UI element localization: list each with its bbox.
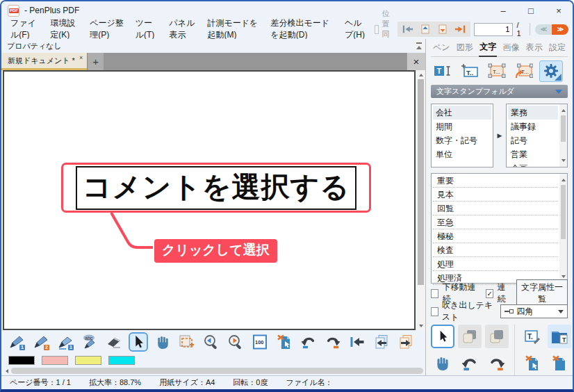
delete-annotation-button[interactable] <box>274 332 294 352</box>
bring-forward-button[interactable] <box>458 325 482 348</box>
undo-button[interactable] <box>299 332 318 352</box>
skip-forward-button[interactable]: ≫ <box>552 24 568 35</box>
color-swatch[interactable] <box>42 356 68 365</box>
list-item[interactable]: 会社 <box>433 106 491 120</box>
balloon-text-checkbox[interactable] <box>431 307 438 316</box>
list-item[interactable]: 企画 <box>508 161 558 167</box>
pen-1-button[interactable]: 1 <box>7 332 26 352</box>
hand-tool-button[interactable] <box>153 332 172 352</box>
panel-undo-button[interactable] <box>458 352 482 375</box>
area-select-button[interactable] <box>177 332 197 352</box>
document-tab[interactable]: 新規ドキュメント * × <box>1 53 87 70</box>
skip-backward-button[interactable]: ≪ <box>535 24 552 35</box>
document-canvas[interactable]: コメントを選択する クリックして選択 <box>3 70 416 330</box>
select-tool-button[interactable] <box>129 332 148 352</box>
list-item[interactable]: 重要 <box>433 174 558 188</box>
list-item[interactable]: 見本 <box>433 188 558 202</box>
page-number-input[interactable] <box>474 23 513 36</box>
right-panel-tab[interactable]: 図形 <box>456 39 474 56</box>
text-input-tool-button[interactable]: T <box>431 60 454 82</box>
right-panel-tab[interactable]: 設定 <box>548 39 566 56</box>
delete-selected-annotation-button[interactable] <box>520 352 544 375</box>
right-panel-tab[interactable]: ペン <box>432 39 451 56</box>
menu-item[interactable]: 差分検出モードを起動(D) <box>266 19 340 39</box>
zoom-in-button[interactable] <box>226 332 245 352</box>
pen-2-badge: 2 <box>44 345 49 350</box>
list-item[interactable]: 至急 <box>433 215 558 229</box>
redo-button[interactable] <box>323 332 343 352</box>
down-move-checkbox[interactable] <box>431 289 438 298</box>
stamp-settings-button[interactable] <box>539 60 563 82</box>
color-swatch[interactable] <box>108 356 135 365</box>
eraser-button[interactable] <box>104 332 124 352</box>
list-item[interactable]: 業務 <box>508 106 558 120</box>
prev-page-nav-button[interactable] <box>418 23 433 35</box>
marker-1-button[interactable]: 1 <box>56 332 75 352</box>
edit-text-attributes-button[interactable]: T. <box>520 325 544 348</box>
list-item[interactable]: 回覧 <box>433 202 558 215</box>
stamp-folder-header[interactable]: 文字スタンプフォルダ <box>431 85 568 98</box>
menu-item[interactable]: ファイル(F) <box>6 19 45 39</box>
prev-page-button[interactable] <box>372 332 391 352</box>
last-page-nav-button[interactable] <box>452 23 468 35</box>
list-item[interactable]: 処理 <box>433 257 558 271</box>
canvas-vertical-scrollbar[interactable] <box>416 70 425 330</box>
add-tab-button[interactable]: + <box>87 53 104 70</box>
list-item[interactable]: 期間 <box>433 120 491 133</box>
category-list-scrollbar[interactable] <box>559 104 567 167</box>
zoom-out-button[interactable] <box>202 332 221 352</box>
panel-redo-button[interactable] <box>485 352 509 375</box>
panel-hand-tool-button[interactable] <box>431 352 454 375</box>
first-page-button[interactable] <box>347 332 367 352</box>
text-pen-button[interactable]: abc <box>80 332 99 352</box>
delete-all-annotations-button[interactable] <box>548 352 571 375</box>
scrollbar-track[interactable] <box>416 286 425 322</box>
scroll-down-icon[interactable] <box>416 322 425 330</box>
tab-close-icon[interactable]: × <box>79 54 83 61</box>
next-page-button[interactable] <box>396 332 416 352</box>
balloon-shape-dropdown[interactable]: 四角 <box>500 304 568 318</box>
zoom-100-button[interactable]: 100 <box>250 332 270 352</box>
list-item[interactable]: 検査 <box>433 243 558 257</box>
hscrollbar-track[interactable] <box>11 368 423 374</box>
list-item[interactable]: 極秘 <box>433 229 558 243</box>
continuous-checkbox[interactable]: ✓ <box>486 289 493 298</box>
list-item[interactable]: 記号 <box>508 133 558 147</box>
stamp-list-scrollbar[interactable] <box>559 174 567 283</box>
list-item[interactable]: 議事録 <box>508 120 558 133</box>
right-panel-tab[interactable]: 文字 <box>479 38 497 57</box>
scroll-top-button[interactable] <box>414 40 424 51</box>
canvas-horizontal-scrollbar[interactable] <box>1 366 425 375</box>
stamp-folder-list[interactable]: 会社期間数字・記号単位 <box>431 104 493 168</box>
stamp-select-tool-button[interactable]: T... <box>485 60 509 82</box>
right-panel-tab[interactable]: 画像 <box>502 39 520 56</box>
right-panel-tab[interactable]: 表示 <box>525 39 543 56</box>
next-page-nav-button[interactable] <box>435 23 450 35</box>
first-page-nav-button[interactable] <box>400 23 416 35</box>
document-close-button[interactable]: × <box>407 53 425 70</box>
new-textbox-tool-button[interactable]: T.. <box>458 60 482 82</box>
comment-annotation-box[interactable]: コメントを選択する <box>61 163 371 213</box>
stamp-list[interactable]: 重要見本回覧至急極秘検査処理処理済 <box>432 174 559 283</box>
menu-item[interactable]: ページ整理(P) <box>85 19 130 39</box>
menu-item[interactable]: ヘルプ(H) <box>340 19 375 39</box>
stamp-folder-button[interactable]: T <box>548 325 571 348</box>
list-item[interactable]: 単位 <box>433 147 491 161</box>
color-swatch[interactable] <box>8 356 35 365</box>
list-item[interactable]: 営業 <box>508 147 558 161</box>
list-item[interactable]: 数字・記号 <box>433 133 491 147</box>
position-sync-checkbox[interactable] <box>375 25 379 34</box>
scrollbar-thumb[interactable] <box>418 79 424 285</box>
menu-item[interactable]: 計測モードを起動(M) <box>202 19 265 39</box>
pen-2-button[interactable]: 2 <box>31 332 51 352</box>
stamp-category-list[interactable]: 業務議事録記号営業企画 <box>507 104 559 167</box>
menu-item[interactable]: パネル表示 <box>165 19 203 39</box>
scroll-up-icon[interactable] <box>416 70 425 79</box>
panel-select-tool-button[interactable] <box>431 325 454 348</box>
menu-item[interactable]: ツール(T) <box>131 19 165 39</box>
color-swatch[interactable] <box>75 356 101 365</box>
send-backward-button[interactable] <box>485 325 509 348</box>
menu-item[interactable]: 環境設定(K) <box>45 19 85 39</box>
scroll-left-icon[interactable] <box>3 369 8 373</box>
stamp-move-tool-button[interactable]: T... <box>512 60 536 82</box>
